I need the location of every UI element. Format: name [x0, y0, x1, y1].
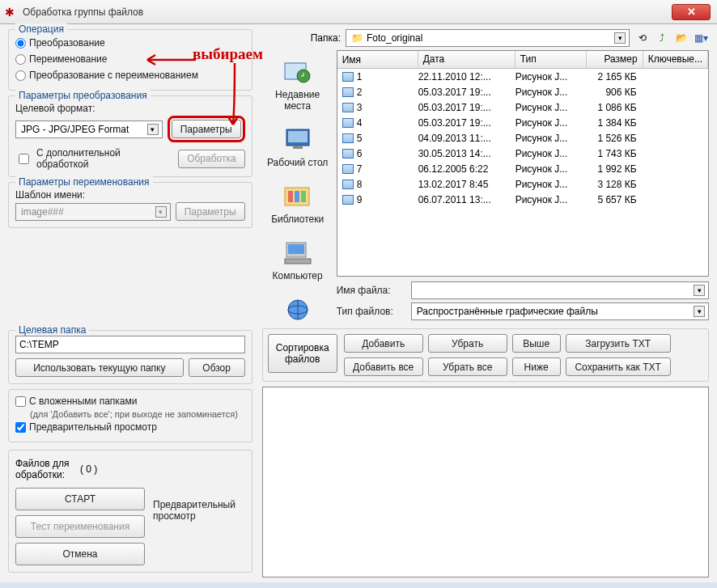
- save-txt-button[interactable]: Сохранить как TXT: [566, 357, 671, 376]
- chevron-down-icon: ▾: [694, 306, 705, 317]
- use-current-folder-button[interactable]: Использовать текущую папку: [15, 358, 184, 377]
- radio-rename[interactable]: [15, 54, 26, 65]
- operation-title: Операция: [15, 23, 67, 35]
- file-row[interactable]: 305.03.2017 19:...Рисунок J...1 086 КБ: [337, 99, 708, 115]
- rename-params-button[interactable]: Параметры: [176, 202, 245, 221]
- recent-icon: [282, 58, 314, 86]
- cancel-button[interactable]: Отмена: [15, 543, 145, 565]
- load-txt-button[interactable]: Загрузить TXT: [566, 334, 671, 353]
- radio-both[interactable]: [15, 70, 26, 81]
- target-format-select[interactable]: JPG - JPG/JPEG Format ▾: [15, 121, 163, 138]
- radio-convert[interactable]: [15, 38, 26, 49]
- file-date: 05.03.2017 19:...: [418, 87, 515, 98]
- col-size[interactable]: Размер: [587, 51, 643, 68]
- new-folder-icon[interactable]: 📂: [673, 30, 689, 46]
- chevron-down-icon: ▾: [155, 206, 167, 218]
- file-date: 04.09.2013 11:...: [418, 133, 515, 144]
- file-size: 1 743 КБ: [587, 148, 643, 159]
- image-icon: [342, 164, 354, 174]
- subfolders-hint: (для 'Добавить все'; при выходе не запом…: [15, 409, 245, 419]
- image-icon: [342, 149, 354, 159]
- target-folder-group: Целевая папка Использовать текущую папку…: [8, 330, 252, 384]
- col-keywords[interactable]: Ключевые...: [643, 51, 708, 68]
- file-date: 06.07.2011 13:...: [418, 194, 515, 205]
- back-icon[interactable]: ⟲: [634, 30, 651, 46]
- template-select[interactable]: image### ▾: [15, 203, 171, 221]
- app-icon: ✱: [5, 6, 18, 19]
- file-row[interactable]: 706.12.2005 6:22Рисунок J...1 992 КБ: [337, 161, 708, 176]
- file-type: Рисунок J...: [515, 194, 587, 205]
- up-icon[interactable]: ⤴: [654, 30, 670, 46]
- file-list-header: Имя Дата Тип Размер Ключевые...: [337, 51, 708, 69]
- test-rename-button[interactable]: Тест переименования: [15, 515, 145, 538]
- file-size: 5 657 КБ: [587, 194, 643, 205]
- rename-params-title: Параметры переименования: [15, 176, 153, 188]
- shortcut-recent-label: Недавние места: [262, 89, 333, 112]
- image-icon: [342, 103, 354, 112]
- file-type: Рисунок J...: [515, 179, 587, 190]
- processing-button[interactable]: Обработка: [178, 150, 245, 168]
- file-type: Рисунок J...: [515, 133, 587, 144]
- target-folder-label: Целевая папка: [15, 324, 89, 336]
- subfolders-checkbox[interactable]: [15, 396, 26, 407]
- file-list[interactable]: Имя Дата Тип Размер Ключевые... 122.11.2…: [337, 50, 709, 277]
- col-name[interactable]: Имя: [337, 51, 418, 68]
- computer-icon: [282, 239, 314, 267]
- extra-processing-checkbox[interactable]: [19, 154, 29, 164]
- shortcut-libraries[interactable]: Библиотеки: [271, 183, 324, 225]
- up-button[interactable]: Выше: [512, 334, 561, 353]
- col-date[interactable]: Дата: [418, 51, 515, 68]
- add-all-button[interactable]: Добавить все: [344, 357, 423, 376]
- convert-params-group: Параметры преобразования Целевой формат:…: [8, 95, 252, 177]
- remove-all-button[interactable]: Убрать все: [428, 357, 507, 376]
- file-name: 5: [357, 133, 363, 144]
- radio-rename-label: Переименование: [29, 53, 108, 65]
- image-icon: [342, 133, 354, 143]
- start-button[interactable]: СТАРТ: [15, 488, 145, 510]
- close-button[interactable]: ✕: [672, 4, 711, 20]
- filetype-select[interactable]: Распространённые графические файлы ▾: [411, 302, 709, 320]
- titlebar: ✱ Обработка группы файлов ✕: [0, 0, 717, 24]
- file-size: 1 526 КБ: [587, 133, 643, 144]
- file-row[interactable]: 405.03.2017 19:...Рисунок J...1 384 КБ: [337, 115, 708, 130]
- view-icon[interactable]: ▦▾: [693, 30, 709, 46]
- browse-button[interactable]: Обзор: [189, 358, 245, 377]
- file-date: 30.05.2013 14:...: [418, 148, 515, 159]
- template-label: Шаблон имени:: [15, 189, 245, 201]
- target-format-value: JPG - JPG/JPEG Format: [21, 124, 129, 135]
- file-date: 05.03.2017 19:...: [418, 102, 515, 113]
- svg-rect-10: [288, 244, 304, 254]
- folder-select[interactable]: 📁 Foto_original ▾: [346, 29, 630, 47]
- file-row[interactable]: 205.03.2017 19:...Рисунок J...906 КБ: [337, 84, 708, 99]
- file-row[interactable]: 906.07.2011 13:...Рисунок J...5 657 КБ: [337, 192, 708, 207]
- chevron-down-icon: ▾: [614, 32, 626, 44]
- filename-input[interactable]: ▾: [411, 281, 709, 299]
- subfolders-label: С вложенными папками: [29, 396, 137, 407]
- remove-button[interactable]: Убрать: [428, 334, 507, 353]
- preview-checkbox[interactable]: [15, 422, 26, 433]
- add-button[interactable]: Добавить: [344, 334, 423, 353]
- image-icon: [342, 72, 354, 82]
- options-group: С вложенными папками (для 'Добавить все'…: [8, 389, 252, 442]
- file-row[interactable]: 504.09.2013 11:...Рисунок J...1 526 КБ: [337, 130, 708, 146]
- filename-label: Имя файла:: [337, 285, 406, 296]
- file-name: 3: [357, 102, 363, 113]
- shortcut-desktop[interactable]: Рабочий стол: [267, 126, 328, 168]
- operation-group: Операция Преобразование Переименование П…: [8, 29, 252, 91]
- file-row[interactable]: 813.02.2017 8:45Рисунок J...3 128 КБ: [337, 176, 708, 192]
- start-group: Файлов для обработки: ( 0 ) СТАРТ Тест п…: [8, 450, 252, 573]
- col-type[interactable]: Тип: [515, 51, 587, 68]
- shortcut-computer-label: Компьютер: [273, 270, 323, 281]
- shortcut-network[interactable]: [282, 296, 314, 324]
- shortcut-recent[interactable]: Недавние места: [262, 58, 333, 112]
- file-row[interactable]: 630.05.2013 14:...Рисунок J...1 743 КБ: [337, 146, 708, 161]
- down-button[interactable]: Ниже: [512, 357, 561, 376]
- file-row[interactable]: 122.11.2010 12:...Рисунок J...2 165 КБ: [337, 69, 708, 84]
- folder-value: Foto_original: [367, 32, 422, 44]
- folder-icon: 📁: [351, 32, 363, 44]
- sort-button[interactable]: Сортировка файлов: [268, 334, 337, 373]
- format-params-button[interactable]: Параметры: [172, 120, 241, 138]
- target-folder-input[interactable]: [15, 336, 245, 353]
- file-size: 3 128 КБ: [587, 179, 643, 190]
- shortcut-computer[interactable]: Компьютер: [273, 239, 323, 281]
